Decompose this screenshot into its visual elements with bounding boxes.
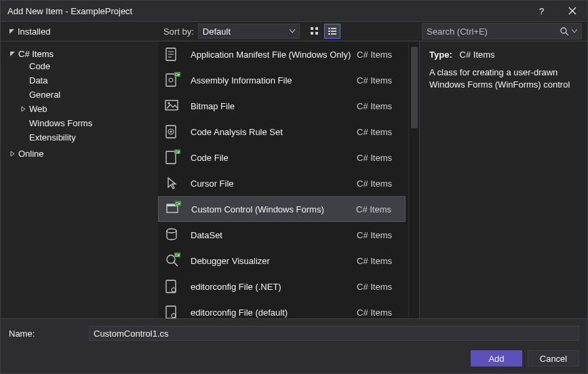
- installed-label: Installed: [18, 26, 50, 37]
- grid-icon: [310, 26, 319, 36]
- template-label: Code Analysis Rule Set: [191, 127, 357, 137]
- search-icon: [560, 26, 569, 36]
- template-item[interactable]: Cursor File C# Items: [158, 170, 406, 196]
- template-label: DataSet: [191, 230, 357, 240]
- tree-label: C# Items: [18, 49, 54, 59]
- search-input[interactable]: [427, 26, 560, 37]
- template-category: C# Items: [357, 282, 399, 292]
- template-category: C# Items: [357, 127, 399, 137]
- template-list[interactable]: Application Manifest File (Windows Only)…: [158, 41, 408, 318]
- help-button[interactable]: ?: [526, 1, 557, 21]
- template-item[interactable]: editorconfig File (default) C# Items: [158, 299, 406, 318]
- tree-item-general[interactable]: General: [20, 90, 158, 100]
- svg-rect-8: [328, 33, 330, 35]
- svg-rect-12: [166, 74, 176, 86]
- svg-rect-9: [331, 33, 336, 35]
- tree-item-data[interactable]: Data: [20, 75, 158, 86]
- svg-rect-7: [331, 31, 336, 32]
- add-button[interactable]: Add: [471, 350, 522, 367]
- svg-text:C#: C#: [175, 150, 180, 154]
- svg-rect-1: [315, 27, 318, 30]
- tree-label: Data: [29, 75, 47, 86]
- detail-type-value: C# Items: [460, 50, 495, 60]
- template-label: Bitmap File: [191, 101, 357, 111]
- svg-point-10: [561, 28, 566, 33]
- toolbar: Installed Sort by: Default: [1, 21, 587, 41]
- name-input[interactable]: [89, 326, 579, 341]
- template-item[interactable]: Application Manifest File (Windows Only)…: [158, 41, 406, 67]
- bitmap-icon: [163, 97, 181, 115]
- detail-description: A class for creating a user-drawn Window…: [429, 67, 578, 90]
- editorconfig-icon: [163, 278, 181, 295]
- category-tree: C# Items CodeDataGeneralWebWindows Forms…: [1, 41, 158, 318]
- close-button[interactable]: [557, 1, 587, 21]
- svg-rect-0: [311, 27, 313, 30]
- tree-item-online[interactable]: Online: [9, 149, 158, 159]
- template-category: C# Items: [357, 101, 399, 111]
- expand-icon: [20, 106, 26, 112]
- installed-header[interactable]: Installed: [6, 26, 50, 37]
- expand-icon: [9, 151, 16, 157]
- template-label: editorconfig File (.NET): [191, 282, 357, 292]
- svg-text:C#: C#: [176, 202, 180, 206]
- template-category: C# Items: [356, 204, 398, 214]
- sortby-label: Sort by:: [163, 26, 194, 37]
- svg-point-13: [169, 78, 173, 82]
- customcontrol-icon: C#: [164, 200, 182, 218]
- template-item[interactable]: C# Custom Control (Windows Forms) C# Ite…: [158, 196, 406, 222]
- chevron-down-icon: [572, 29, 577, 33]
- template-item[interactable]: Code Analysis Rule Set C# Items: [158, 119, 406, 145]
- template-category: C# Items: [357, 307, 399, 318]
- template-category: C# Items: [357, 179, 399, 189]
- tree-label: Web: [29, 104, 47, 114]
- svg-rect-2: [311, 32, 313, 35]
- template-category: C# Items: [357, 50, 399, 60]
- template-category: C# Items: [357, 75, 399, 86]
- svg-text:C#: C#: [175, 253, 180, 257]
- cursor-icon: [163, 174, 181, 192]
- template-label: Cursor File: [191, 179, 357, 189]
- tree-item-code[interactable]: Code: [20, 61, 158, 71]
- template-category: C# Items: [357, 153, 399, 163]
- template-category: C# Items: [357, 256, 399, 266]
- template-category: C# Items: [357, 230, 399, 240]
- template-item[interactable]: editorconfig File (.NET) C# Items: [158, 274, 406, 299]
- template-label: Custom Control (Windows Forms): [191, 204, 356, 214]
- view-list-button[interactable]: [324, 24, 340, 39]
- svg-point-35: [172, 314, 176, 318]
- template-label: editorconfig File (default): [191, 307, 357, 318]
- svg-rect-6: [328, 31, 330, 32]
- scrollbar[interactable]: [408, 41, 419, 318]
- svg-rect-34: [166, 306, 176, 318]
- svg-text:C#: C#: [175, 73, 180, 77]
- collapse-icon: [9, 29, 15, 35]
- template-item[interactable]: C# Code File C# Items: [158, 145, 406, 170]
- sortby-dropdown[interactable]: Default: [198, 24, 300, 39]
- name-label: Name:: [9, 329, 82, 339]
- tree-label: Windows Forms: [29, 118, 92, 128]
- tree-item-web[interactable]: Web: [20, 104, 158, 114]
- template-item[interactable]: C# Assembly Information File C# Items: [158, 67, 406, 93]
- svg-point-20: [170, 131, 172, 133]
- titlebar: Add New Item - ExampleProject ?: [1, 1, 587, 21]
- tree-label: Code: [29, 61, 50, 71]
- view-grid-button[interactable]: [307, 24, 323, 39]
- tree-label: Extensibility: [29, 132, 76, 143]
- template-label: Assembly Information File: [191, 75, 357, 86]
- tree-item-csharp-items[interactable]: C# Items: [9, 49, 158, 59]
- svg-rect-5: [331, 28, 336, 29]
- template-label: Code File: [191, 153, 357, 163]
- scrollbar-thumb[interactable]: [411, 47, 418, 128]
- tree-item-extensibility[interactable]: Extensibility: [20, 132, 158, 143]
- template-item[interactable]: C# Debugger Visualizer C# Items: [158, 248, 406, 274]
- search-box[interactable]: [422, 23, 582, 39]
- template-item[interactable]: DataSet C# Items: [158, 222, 406, 248]
- codefile-icon: C#: [163, 149, 181, 166]
- svg-rect-4: [328, 28, 330, 29]
- cancel-button[interactable]: Cancel: [528, 350, 579, 367]
- editorconfig-icon: [163, 303, 181, 318]
- template-item[interactable]: Bitmap File C# Items: [158, 93, 406, 119]
- svg-point-17: [168, 102, 170, 105]
- tree-label: Online: [18, 149, 44, 159]
- tree-item-windows-forms[interactable]: Windows Forms: [20, 118, 158, 128]
